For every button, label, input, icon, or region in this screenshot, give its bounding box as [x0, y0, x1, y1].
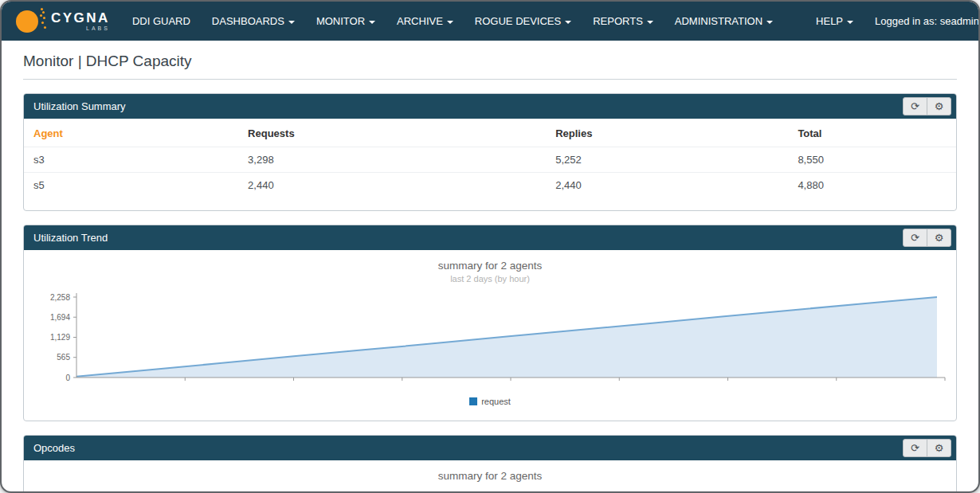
nav-item-reports[interactable]: REPORTS [593, 15, 653, 27]
chevron-down-icon [288, 21, 295, 24]
panel-toolbar: ⟳ ⚙ [903, 229, 951, 247]
cygna-logo-icon [16, 9, 43, 34]
svg-text:1,694: 1,694 [50, 313, 70, 322]
nav-item-help[interactable]: HELP [816, 15, 853, 27]
refresh-button[interactable]: ⟳ [903, 229, 927, 247]
opcodes-chart-block: summary for 2 agents [24, 460, 956, 493]
gear-icon: ⚙ [935, 233, 944, 243]
nav-item-archive[interactable]: ARCHIVE [397, 15, 453, 27]
cell-total: 4,880 [788, 173, 956, 198]
title-divider [23, 79, 957, 80]
cell-replies: 2,440 [546, 173, 788, 198]
nav-item-user-menu[interactable]: Logged in as: seadmin [875, 15, 980, 27]
refresh-icon: ⟳ [911, 443, 919, 453]
cell-requests: 3,298 [238, 147, 546, 173]
nav-item-administration[interactable]: ADMINISTRATION [675, 15, 773, 27]
cell-replies: 5,252 [546, 147, 788, 173]
chevron-down-icon [369, 21, 375, 24]
trend-chart-block: summary for 2 agents last 2 days (by hou… [24, 250, 956, 421]
table-row: s5 2,440 2,440 4,880 [24, 173, 956, 198]
chart-subtitle: last 2 days (by hour) [24, 274, 956, 284]
utilization-summary-panel: Utilization Summary ⟳ ⚙ Agent Requests R… [23, 93, 957, 211]
nav-right: HELP Logged in as: seadmin [794, 15, 980, 27]
panel-title: Utilization Trend [33, 232, 108, 244]
brand-name: CYGNA [51, 11, 110, 25]
legend-swatch-request [469, 397, 477, 405]
panel-title: Opcodes [33, 442, 75, 454]
chevron-down-icon [847, 21, 853, 24]
settings-button[interactable]: ⚙ [927, 229, 951, 247]
utilization-trend-header: Utilization Trend ⟳ ⚙ [24, 225, 956, 250]
top-navbar: CYGNA LABS DDI GUARD DASHBOARDS MONITOR … [2, 2, 978, 41]
chart-title: summary for 2 agents [24, 470, 956, 482]
utilization-summary-header: Utilization Summary ⟳ ⚙ [24, 94, 956, 119]
cell-total: 8,550 [788, 147, 956, 173]
cell-agent: s3 [24, 147, 238, 173]
refresh-icon: ⟳ [911, 233, 919, 243]
svg-text:1,129: 1,129 [50, 333, 70, 342]
window-frame: CYGNA LABS DDI GUARD DASHBOARDS MONITOR … [0, 0, 980, 493]
chevron-down-icon [766, 21, 773, 24]
column-header-agent[interactable]: Agent [24, 119, 238, 147]
nav-item-monitor[interactable]: MONITOR [316, 15, 375, 27]
refresh-button[interactable]: ⟳ [903, 97, 927, 115]
table-header-row: Agent Requests Replies Total [24, 119, 956, 147]
nav-menu: DDI GUARD DASHBOARDS MONITOR ARCHIVE ROG… [132, 15, 794, 27]
nav-item-rogue-devices[interactable]: ROGUE DEVICES [475, 15, 571, 27]
gear-icon: ⚙ [935, 443, 944, 453]
brand: CYGNA LABS [51, 11, 110, 32]
chart-title: summary for 2 agents [24, 260, 956, 272]
refresh-icon: ⟳ [911, 101, 919, 112]
chevron-down-icon [647, 21, 653, 24]
settings-button[interactable]: ⚙ [927, 97, 951, 115]
column-header-requests[interactable]: Requests [238, 119, 546, 147]
settings-button[interactable]: ⚙ [927, 439, 951, 457]
brand-subname: LABS [86, 25, 110, 32]
utilization-trend-panel: Utilization Trend ⟳ ⚙ summary for 2 agen… [23, 225, 957, 421]
svg-text:0: 0 [65, 374, 70, 382]
panel-title: Utilization Summary [33, 100, 126, 112]
opcodes-panel: Opcodes ⟳ ⚙ summary for 2 agents [23, 435, 957, 493]
utilization-trend-chart: 05651,1291,6942,258 [27, 290, 953, 393]
svg-text:565: 565 [57, 353, 70, 362]
utilization-summary-table: Agent Requests Replies Total s3 3,298 5,… [24, 119, 956, 198]
panel-toolbar: ⟳ ⚙ [903, 97, 951, 115]
chevron-down-icon [447, 21, 453, 24]
nav-item-dashboards[interactable]: DASHBOARDS [212, 15, 295, 27]
column-header-total[interactable]: Total [788, 119, 956, 147]
refresh-button[interactable]: ⟳ [903, 439, 927, 457]
cell-requests: 2,440 [238, 173, 546, 198]
chevron-down-icon [565, 21, 571, 24]
chart-legend: request [24, 397, 956, 406]
legend-label: request [481, 397, 511, 406]
svg-text:2,258: 2,258 [50, 293, 70, 302]
gear-icon: ⚙ [935, 101, 944, 112]
page-title: Monitor | DHCP Capacity [23, 53, 957, 70]
opcodes-header: Opcodes ⟳ ⚙ [24, 436, 956, 460]
table-row: s3 3,298 5,252 8,550 [24, 147, 956, 173]
column-header-replies[interactable]: Replies [546, 119, 788, 147]
panel-toolbar: ⟳ ⚙ [903, 439, 951, 457]
cell-agent: s5 [24, 173, 238, 198]
nav-item-ddi-guard[interactable]: DDI GUARD [132, 15, 190, 27]
